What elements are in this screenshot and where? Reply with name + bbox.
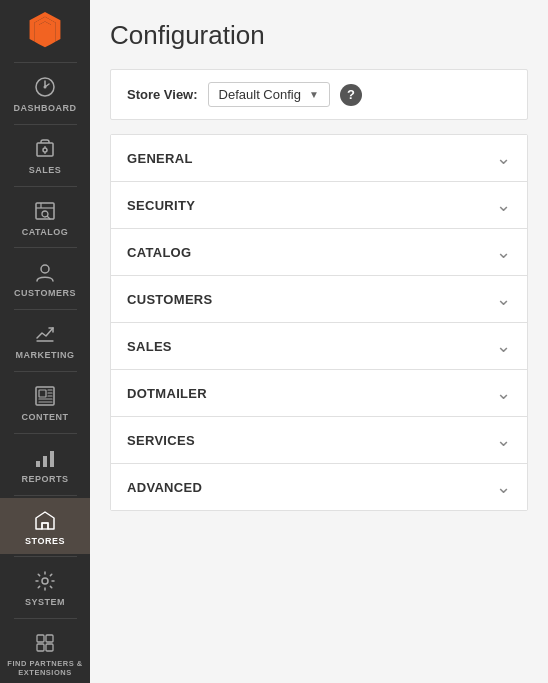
sidebar-item-find-partners-label: FIND PARTNERS & EXTENSIONS [5,659,85,677]
sidebar-item-find-partners[interactable]: FIND PARTNERS & EXTENSIONS [0,621,90,683]
sidebar-divider-7 [14,433,77,434]
help-icon[interactable]: ? [340,84,362,106]
sidebar-item-sales[interactable]: SALES [0,127,90,184]
sidebar-item-content[interactable]: CONTENT [0,374,90,431]
config-section-general[interactable]: GENERAL⌄ [111,135,527,182]
config-section-label-customers: CUSTOMERS [127,292,213,307]
config-section-advanced[interactable]: ADVANCED⌄ [111,464,527,510]
sidebar-item-dashboard-label: DASHBOARD [14,103,77,114]
sales-icon [34,137,56,161]
sidebar-item-stores[interactable]: STORES [0,498,90,555]
svg-point-3 [43,148,47,152]
sidebar-item-system-label: SYSTEM [25,597,65,608]
svg-rect-15 [46,635,53,642]
sidebar-divider-2 [14,124,77,125]
reports-icon [34,446,56,470]
sidebar-divider-1 [14,62,77,63]
system-icon [34,569,56,593]
svg-rect-10 [43,456,47,467]
svg-rect-12 [42,523,48,529]
sidebar-item-dashboard[interactable]: DASHBOARD [0,65,90,122]
sidebar-divider-10 [14,618,77,619]
config-section-security[interactable]: SECURITY⌄ [111,182,527,229]
sidebar: DASHBOARD SALES CATALOG [0,0,90,683]
sidebar-item-marketing[interactable]: MARKETING [0,312,90,369]
svg-rect-2 [37,143,53,156]
config-section-dotmailer[interactable]: DOTMAILER⌄ [111,370,527,417]
chevron-down-icon: ▼ [309,89,319,100]
sidebar-item-customers-label: CUSTOMERS [14,288,76,299]
config-section-label-security: SECURITY [127,198,195,213]
main-content: Configuration Store View: Default Config… [90,0,548,683]
sidebar-item-sales-label: SALES [29,165,62,176]
chevron-down-icon: ⌄ [496,196,511,214]
config-section-catalog[interactable]: CATALOG⌄ [111,229,527,276]
chevron-down-icon: ⌄ [496,431,511,449]
store-view-dropdown[interactable]: Default Config ▼ [208,82,330,107]
dashboard-icon [34,75,56,99]
svg-rect-16 [37,644,44,651]
store-view-label: Store View: [127,87,198,102]
svg-rect-9 [36,461,40,467]
chevron-down-icon: ⌄ [496,290,511,308]
sidebar-item-content-label: CONTENT [22,412,69,423]
store-view-value: Default Config [219,87,301,102]
sidebar-logo [0,0,90,60]
chevron-down-icon: ⌄ [496,149,511,167]
svg-point-13 [42,578,48,584]
sidebar-divider-9 [14,556,77,557]
config-section-label-catalog: CATALOG [127,245,191,260]
config-section-label-sales: SALES [127,339,172,354]
help-icon-label: ? [347,87,355,102]
config-section-label-general: GENERAL [127,151,193,166]
sidebar-item-catalog[interactable]: CATALOG [0,189,90,246]
chevron-down-icon: ⌄ [496,384,511,402]
store-view-bar: Store View: Default Config ▼ ? [110,69,528,120]
sidebar-item-reports[interactable]: REPORTS [0,436,90,493]
find-partners-icon [34,631,56,655]
sidebar-item-reports-label: REPORTS [21,474,68,485]
svg-rect-8 [39,390,46,397]
sidebar-item-catalog-label: CATALOG [22,227,69,238]
chevron-down-icon: ⌄ [496,478,511,496]
svg-rect-14 [37,635,44,642]
magento-logo-icon [27,12,63,48]
sidebar-item-marketing-label: MARKETING [16,350,75,361]
page-title: Configuration [110,20,528,51]
config-section-label-services: SERVICES [127,433,195,448]
config-section-services[interactable]: SERVICES⌄ [111,417,527,464]
sidebar-divider-5 [14,309,77,310]
svg-rect-17 [46,644,53,651]
config-section-label-advanced: ADVANCED [127,480,202,495]
config-sections: GENERAL⌄SECURITY⌄CATALOG⌄CUSTOMERS⌄SALES… [110,134,528,511]
content-icon [34,384,56,408]
chevron-down-icon: ⌄ [496,337,511,355]
config-section-sales[interactable]: SALES⌄ [111,323,527,370]
svg-point-1 [44,86,47,89]
sidebar-item-system[interactable]: SYSTEM [0,559,90,616]
config-section-customers[interactable]: CUSTOMERS⌄ [111,276,527,323]
sidebar-item-stores-label: STORES [25,536,65,547]
marketing-icon [34,322,56,346]
sidebar-divider-8 [14,495,77,496]
svg-rect-11 [50,451,54,467]
svg-point-6 [41,265,49,273]
sidebar-divider-4 [14,247,77,248]
sidebar-divider-3 [14,186,77,187]
config-section-label-dotmailer: DOTMAILER [127,386,207,401]
chevron-down-icon: ⌄ [496,243,511,261]
customers-icon [34,260,56,284]
sidebar-divider-6 [14,371,77,372]
stores-icon [34,508,56,532]
catalog-icon [34,199,56,223]
sidebar-item-customers[interactable]: CUSTOMERS [0,250,90,307]
